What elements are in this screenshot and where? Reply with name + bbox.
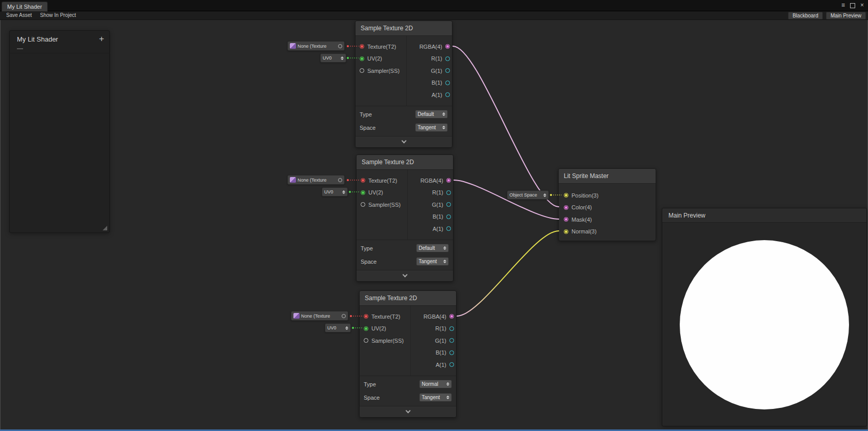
blackboard-toggle-button[interactable]: Blackboard bbox=[788, 12, 823, 19]
port-label: Normal(3) bbox=[571, 228, 597, 234]
node-controls: Type Normal Space Tangent bbox=[360, 376, 456, 406]
port-label: G(1) bbox=[432, 202, 443, 208]
port-g-output[interactable] bbox=[445, 68, 450, 73]
type-dropdown[interactable]: Default bbox=[415, 110, 448, 119]
uv-channel-dropdown[interactable]: UV0 bbox=[325, 323, 351, 332]
port-label: G(1) bbox=[431, 68, 442, 74]
texture-field-value: None (Texture bbox=[298, 44, 338, 49]
texture-thumbnail-icon bbox=[290, 177, 296, 183]
port-label: Position(3) bbox=[571, 192, 599, 199]
port-sampler-input[interactable] bbox=[360, 68, 364, 73]
port-r-output[interactable] bbox=[445, 56, 450, 61]
port-position-input[interactable] bbox=[564, 193, 568, 198]
object-picker-icon[interactable] bbox=[342, 314, 346, 318]
port-label: Sampler(SS) bbox=[371, 338, 404, 344]
node-title: Sample Texture 2D bbox=[362, 159, 414, 166]
port-label: A(1) bbox=[436, 362, 446, 368]
port-b-output[interactable] bbox=[446, 214, 451, 219]
port-g-output[interactable] bbox=[449, 338, 454, 343]
port-label: A(1) bbox=[431, 92, 442, 98]
main-preview-toggle-button[interactable]: Main Preview bbox=[826, 12, 866, 19]
save-asset-button[interactable]: Save Asset bbox=[2, 12, 36, 19]
texture-object-field[interactable]: None (Texture bbox=[291, 311, 348, 321]
port-area: Texture(T2) UV(2) Sampler(SS) RGBA(4) R(… bbox=[360, 306, 456, 376]
uv-channel-dropdown[interactable]: UV0 bbox=[320, 53, 346, 63]
port-mask-input[interactable] bbox=[564, 217, 568, 222]
type-dropdown[interactable]: Default bbox=[416, 244, 449, 252]
position-space-dropdown[interactable]: Object Space bbox=[507, 190, 549, 200]
node-lit-sprite-master[interactable]: Lit Sprite Master Position(3) Color(4) M… bbox=[558, 168, 656, 241]
node-sample-texture-2d-3[interactable]: Sample Texture 2D Texture(T2) UV(2) Samp… bbox=[359, 290, 457, 418]
port-area: Texture(T2) UV(2) Sampler(SS) RGBA(4) R(… bbox=[357, 170, 453, 240]
space-dropdown[interactable]: Tangent bbox=[415, 123, 448, 132]
node-title: Sample Texture 2D bbox=[361, 25, 413, 32]
port-texture-input[interactable] bbox=[364, 314, 368, 319]
node-sample-texture-2d-2[interactable]: Sample Texture 2D Texture(T2) UV(2) Samp… bbox=[356, 154, 453, 282]
port-rgba-output[interactable] bbox=[446, 178, 451, 183]
port-texture-input[interactable] bbox=[360, 44, 364, 49]
port-g-output[interactable] bbox=[446, 202, 451, 207]
type-dropdown[interactable]: Normal bbox=[419, 380, 452, 388]
title-bar: My Lit Shader ≡ × bbox=[0, 0, 868, 11]
window-tab[interactable]: My Lit Shader bbox=[2, 2, 48, 11]
port-uv-input[interactable] bbox=[360, 56, 364, 61]
port-color-input[interactable] bbox=[564, 205, 568, 210]
window-maximize-icon[interactable] bbox=[850, 3, 855, 8]
texture-object-field[interactable]: None (Texture bbox=[287, 175, 345, 185]
blackboard-subtitle-dash bbox=[17, 48, 23, 49]
collapse-preview-button[interactable] bbox=[360, 406, 456, 417]
main-preview-header[interactable]: Main Preview bbox=[662, 208, 866, 223]
add-property-button[interactable]: + bbox=[99, 34, 104, 43]
type-label: Type bbox=[361, 245, 416, 251]
texture-field-value: None (Texture bbox=[301, 314, 342, 319]
port-label: Mask(4) bbox=[571, 217, 592, 223]
object-picker-icon[interactable] bbox=[338, 44, 342, 48]
collapse-preview-button[interactable] bbox=[357, 270, 453, 281]
window-menu-icon[interactable]: ≡ bbox=[841, 2, 845, 9]
dropdown-arrows-icon bbox=[443, 246, 446, 250]
port-a-output[interactable] bbox=[446, 226, 451, 231]
dropdown-arrows-icon bbox=[442, 126, 445, 129]
port-r-output[interactable] bbox=[449, 326, 454, 331]
port-a-output[interactable] bbox=[445, 92, 450, 97]
chevron-down-icon bbox=[405, 408, 410, 413]
port-uv-input[interactable] bbox=[361, 190, 365, 195]
port-rgba-output[interactable] bbox=[445, 44, 450, 49]
space-dropdown[interactable]: Tangent bbox=[419, 393, 452, 402]
dropdown-arrows-icon bbox=[341, 56, 344, 60]
node-header[interactable]: Sample Texture 2D bbox=[357, 155, 453, 170]
node-header[interactable]: Sample Texture 2D bbox=[360, 291, 456, 306]
port-a-output[interactable] bbox=[449, 362, 454, 367]
port-label: R(1) bbox=[432, 189, 443, 195]
port-uv-input[interactable] bbox=[364, 326, 368, 331]
main-preview-body[interactable] bbox=[662, 223, 866, 426]
port-r-output[interactable] bbox=[446, 190, 451, 195]
node-controls: Type Default Space Tangent bbox=[356, 106, 452, 136]
port-label: RGBA(4) bbox=[420, 178, 443, 184]
blackboard-resize-handle[interactable] bbox=[103, 226, 107, 230]
show-in-project-button[interactable]: Show In Project bbox=[36, 12, 80, 19]
port-label: A(1) bbox=[432, 226, 443, 232]
port-b-output[interactable] bbox=[449, 350, 454, 355]
port-normal-input[interactable] bbox=[564, 229, 568, 234]
port-b-output[interactable] bbox=[445, 81, 450, 85]
node-title: Lit Sprite Master bbox=[564, 172, 608, 180]
object-picker-icon[interactable] bbox=[338, 178, 342, 182]
port-sampler-input[interactable] bbox=[364, 338, 368, 343]
texture-object-field[interactable]: None (Texture bbox=[287, 41, 345, 51]
node-header[interactable]: Lit Sprite Master bbox=[559, 169, 656, 184]
window-close-icon[interactable]: × bbox=[860, 2, 864, 9]
dropdown-arrows-icon bbox=[446, 396, 449, 399]
port-texture-input[interactable] bbox=[361, 178, 365, 183]
type-label: Type bbox=[360, 111, 415, 117]
port-sampler-input[interactable] bbox=[361, 202, 365, 207]
port-label: Texture(T2) bbox=[368, 178, 397, 184]
blackboard-header[interactable]: My Lit Shader + bbox=[10, 31, 109, 53]
collapse-preview-button[interactable] bbox=[356, 136, 452, 147]
node-sample-texture-2d-1[interactable]: Sample Texture 2D Texture(T2) UV(2) Samp… bbox=[355, 21, 452, 148]
space-dropdown[interactable]: Tangent bbox=[416, 257, 449, 266]
uv-channel-dropdown[interactable]: UV0 bbox=[322, 187, 348, 197]
node-header[interactable]: Sample Texture 2D bbox=[356, 21, 452, 36]
type-label: Type bbox=[364, 381, 419, 387]
port-rgba-output[interactable] bbox=[449, 314, 454, 319]
